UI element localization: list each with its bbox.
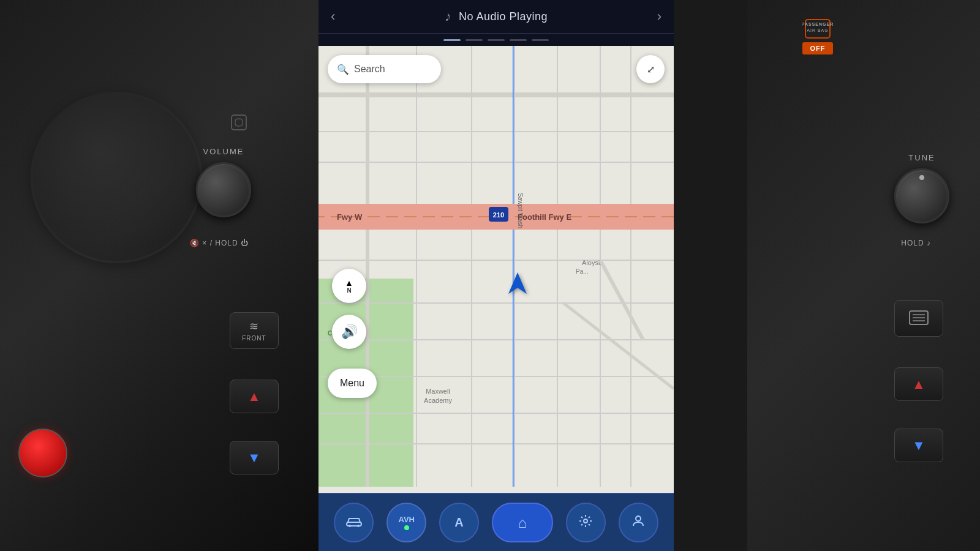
svg-text:AIR BAG: AIR BAG [807, 28, 828, 32]
svg-text:Pa...: Pa... [576, 268, 589, 275]
volume-knob[interactable] [196, 162, 251, 217]
tune-knob[interactable] [894, 168, 949, 223]
nav-car-button[interactable] [334, 503, 374, 542]
search-icon: 🔍 [337, 64, 349, 75]
map-container[interactable]: Fwy W 210 Foothill Fwy E Sawpit Wash Alo… [318, 46, 674, 493]
sound-icon: 🔊 [341, 324, 358, 340]
svg-rect-0 [232, 115, 246, 130]
avh-active-dot [404, 525, 409, 530]
map-background: Fwy W 210 Foothill Fwy E Sawpit Wash Alo… [318, 46, 674, 493]
nav-profile-button[interactable] [619, 503, 658, 542]
right-arrow-down-icon: ▼ [912, 438, 925, 454]
rear-window-button[interactable] [894, 300, 943, 337]
volume-label: VOLUME [196, 147, 251, 156]
compass-arrow-icon: ▲ [345, 279, 353, 287]
expand-icon: ⤢ [647, 64, 655, 75]
scroll-down-button[interactable]: ▼ [230, 441, 279, 474]
svg-text:Sawpit Wash: Sawpit Wash [517, 193, 524, 228]
auto-icon: A [454, 515, 463, 530]
tune-label: TUNE [894, 153, 949, 162]
front-label: FRONT [242, 335, 266, 342]
menu-label: Menu [340, 378, 364, 389]
bottom-navigation: AVH A ⌂ [318, 493, 674, 551]
hold-right-label: HOLD ♪ [901, 239, 931, 247]
audio-center: ♪ No Audio Playing [445, 9, 548, 24]
audio-next-button[interactable]: › [657, 9, 662, 24]
nav-auto-button[interactable]: A [439, 503, 479, 542]
nav-home-button[interactable]: ⌂ [492, 503, 553, 542]
car-icon [345, 515, 363, 531]
svg-point-40 [636, 516, 641, 521]
airbag-label: PASSENGER AIR BAG OFF [802, 18, 833, 54]
progress-dot-1 [443, 39, 461, 41]
progress-dot-3 [488, 39, 505, 41]
front-button[interactable]: ≋ FRONT [230, 312, 279, 349]
right-car-panel: PASSENGER AIR BAG OFF TUNE HOLD ♪ ▲ ▼ [747, 0, 980, 551]
svg-point-37 [349, 525, 351, 527]
scroll-up-button[interactable]: ▲ [230, 380, 279, 413]
airbag-status: OFF [802, 42, 833, 54]
search-input[interactable]: Search [354, 64, 385, 75]
svg-point-39 [584, 519, 587, 523]
arrow-up-icon: ▲ [247, 389, 261, 405]
search-bar[interactable]: 🔍 Search [328, 55, 441, 83]
left-car-panel: VOLUME 🔇 × / HOLD ⏻ ≋ FRONT ▲ ▼ [0, 0, 318, 551]
progress-dots [318, 34, 674, 46]
emergency-button[interactable] [18, 429, 67, 478]
mute-hold-label: 🔇 × / HOLD ⏻ [190, 239, 249, 247]
settings-icon [578, 514, 593, 532]
progress-dot-4 [510, 39, 527, 41]
steering-wheel [31, 92, 202, 263]
sound-button[interactable]: 🔊 [332, 315, 366, 349]
front-icon: ≋ [249, 320, 259, 333]
nav-settings-button[interactable] [566, 503, 606, 542]
svg-text:Foothill Fwy E: Foothill Fwy E [518, 212, 571, 222]
mute-hold-controls: 🔇 × / HOLD ⏻ [190, 239, 249, 247]
avh-icon: AVH [398, 515, 414, 524]
svg-point-38 [357, 525, 360, 527]
music-note-icon: ♪ [445, 9, 451, 24]
svg-text:Fwy W: Fwy W [337, 212, 363, 222]
right-arrow-up-icon: ▲ [912, 377, 925, 392]
volume-control: VOLUME [196, 147, 251, 217]
menu-button[interactable]: Menu [328, 369, 377, 398]
compass-label: N [347, 287, 351, 294]
compass-button[interactable]: ▲ N [332, 269, 366, 303]
arrow-down-icon: ▼ [247, 450, 261, 466]
hold-label: HOLD ♪ [901, 239, 931, 247]
progress-dot-5 [532, 39, 549, 41]
infotainment-screen: ‹ ♪ No Audio Playing › [318, 0, 674, 551]
svg-text:PASSENGER: PASSENGER [802, 22, 833, 26]
svg-text:210: 210 [493, 211, 504, 219]
airbag-indicator: PASSENGER AIR BAG OFF [802, 18, 833, 54]
audio-prev-button[interactable]: ‹ [331, 9, 335, 24]
audio-header: ‹ ♪ No Audio Playing › [318, 0, 674, 34]
audio-title: No Audio Playing [459, 10, 548, 23]
svg-text:Maxwell: Maxwell [426, 388, 450, 395]
progress-dot-2 [466, 39, 483, 41]
arrow-right-down-button[interactable]: ▼ [894, 429, 943, 462]
arrow-right-up-button[interactable]: ▲ [894, 367, 943, 401]
profile-icon [631, 514, 646, 532]
tune-control: TUNE [894, 153, 949, 223]
svg-text:Academy: Academy [424, 397, 452, 404]
home-icon: ⌂ [518, 514, 527, 531]
nfc-icon [230, 113, 248, 135]
expand-button[interactable]: ⤢ [636, 55, 665, 83]
nav-avh-button[interactable]: AVH [386, 503, 426, 542]
